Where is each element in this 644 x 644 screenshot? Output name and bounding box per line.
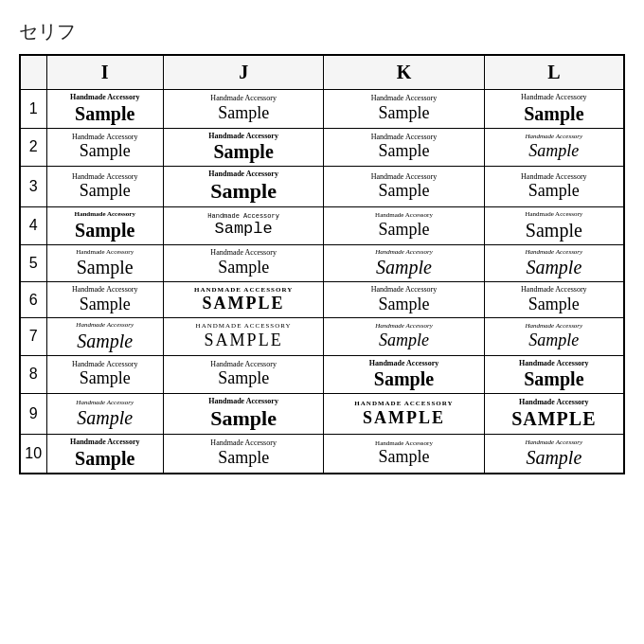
cell-1-l: Handmade Accessory Sample (484, 90, 624, 129)
row-num-2: 2 (20, 128, 46, 167)
header-empty (20, 55, 46, 90)
table-row: 5 Handmade Accessory Sample Handmade Acc… (20, 244, 624, 281)
row-num-4: 4 (20, 207, 46, 244)
cell-8-k: Handmade Accessory Sample (324, 355, 484, 394)
cell-1-j: Handmade Accessory Sample (163, 90, 323, 129)
cell-10-j: Handmade Accessory Sample (163, 435, 323, 474)
cell-1-i: Handmade Accessory Sample (46, 90, 163, 129)
row-num-10: 10 (20, 435, 46, 474)
page-title: セリフ (19, 19, 625, 45)
cell-3-i: Handmade Accessory Sample (46, 167, 163, 207)
cell-10-l: Handmade Accessory Sample (484, 435, 624, 474)
table-row: 9 Handmade Accessory Sample Handmade Acc… (20, 394, 624, 435)
cell-8-i: Handmade Accessory Sample (46, 355, 163, 394)
cell-4-l: Handmade Accessory Sample (484, 207, 624, 244)
cell-2-i: Handmade Accessory Sample (46, 128, 163, 167)
row-num-5: 5 (20, 244, 46, 281)
table-row: 4 Handmade Accessory Sample Handmade Acc… (20, 207, 624, 244)
cell-4-j: Handmade Accessory Sample (163, 207, 323, 244)
header-k: K (324, 55, 484, 90)
cell-2-l: Handmade Accessory Sample (484, 128, 624, 167)
cell-6-l: Handmade Accessory Sample (484, 281, 624, 317)
cell-5-l: Handmade Accessory Sample (484, 244, 624, 281)
cell-7-j: Handmade Accessory Sample (163, 318, 323, 355)
row-num-3: 3 (20, 167, 46, 207)
cell-9-l: Handmade Accessory Sample (484, 394, 624, 435)
row-num-6: 6 (20, 281, 46, 317)
header-j: J (163, 55, 323, 90)
cell-2-j: Handmade Accessory Sample (163, 128, 323, 167)
row-num-1: 1 (20, 90, 46, 129)
table-row: 8 Handmade Accessory Sample Handmade Acc… (20, 355, 624, 394)
cell-9-i: Handmade Accessory Sample (46, 394, 163, 435)
cell-4-i: Handmade Accessory Sample (46, 207, 163, 244)
cell-2-k: Handmade Accessory Sample (324, 128, 484, 167)
cell-3-j: Handmade Accessory Sample (163, 167, 323, 207)
header-l: L (484, 55, 624, 90)
cell-8-l: Handmade Accessory Sample (484, 355, 624, 394)
table-row: 3 Handmade Accessory Sample Handmade Acc… (20, 167, 624, 207)
cell-5-i: Handmade Accessory Sample (46, 244, 163, 281)
cell-9-j: Handmade Accessory Sample (163, 394, 323, 435)
table-row: 7 Handmade Accessory Sample Handmade Acc… (20, 318, 624, 355)
cell-10-k: Handmade Accessory Sample (324, 435, 484, 474)
cell-8-j: Handmade Accessory Sample (163, 355, 323, 394)
row-num-7: 7 (20, 318, 46, 355)
header-i: I (46, 55, 163, 90)
cell-1-k: Handmade Accessory Sample (324, 90, 484, 129)
cell-7-i: Handmade Accessory Sample (46, 318, 163, 355)
cell-5-j: Handmade Accessory Sample (163, 244, 323, 281)
cell-9-k: Handmade Accessory Sample (324, 394, 484, 435)
cell-3-l: Handmade Accessory Sample (484, 167, 624, 207)
cell-3-k: Handmade Accessory Sample (324, 167, 484, 207)
table-row: 2 Handmade Accessory Sample Handmade Acc… (20, 128, 624, 167)
table-row: 1 Handmade Accessory Sample Handmade Acc… (20, 90, 624, 129)
table-row: 10 Handmade Accessory Sample Handmade Ac… (20, 435, 624, 474)
row-num-8: 8 (20, 355, 46, 394)
cell-4-k: Handmade Accessory Sample (324, 207, 484, 244)
cell-6-j: Handmade Accessory Sample (163, 281, 323, 317)
cell-6-i: Handmade Accessory Sample (46, 281, 163, 317)
cell-10-i: Handmade Accessory Sample (46, 435, 163, 474)
cell-7-l: Handmade Accessory Sample (484, 318, 624, 355)
cell-6-k: Handmade Accessory Sample (324, 281, 484, 317)
cell-5-k: Handmade Accessory Sample (324, 244, 484, 281)
cell-7-k: Handmade Accessory Sample (324, 318, 484, 355)
font-sample-table: I J K L 1 Handmade Accessory Sample Hand… (19, 54, 625, 474)
table-row: 6 Handmade Accessory Sample Handmade Acc… (20, 281, 624, 317)
row-num-9: 9 (20, 394, 46, 435)
